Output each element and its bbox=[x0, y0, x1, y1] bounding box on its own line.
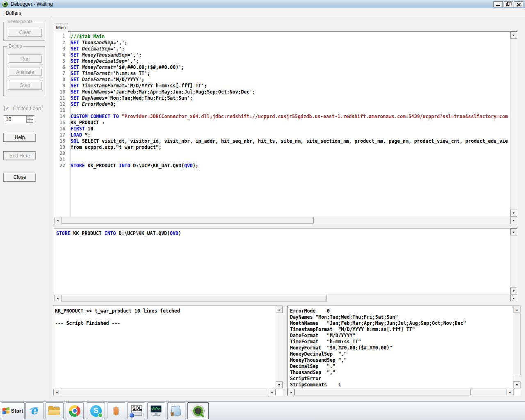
code-line[interactable]: 7SET TimeFormat='h:mm:ss TT'; bbox=[54, 71, 510, 77]
editor-vertical-scrollbar[interactable]: ▲ ▼ bbox=[510, 32, 517, 217]
code-line[interactable]: 6SET MoneyFormat='$#,##0.00;($#,##0.00)'… bbox=[54, 64, 510, 71]
menu-bar: Buffers bbox=[0, 9, 525, 17]
code-line[interactable]: 18SQL SELECT visit_dt, visitor_id, visit… bbox=[54, 138, 510, 144]
title-bar[interactable]: Debugger - Waiting bbox=[0, 0, 525, 8]
close-window-button[interactable] bbox=[514, 1, 523, 7]
scroll-up-icon[interactable]: ▲ bbox=[510, 32, 517, 39]
code-line[interactable]: 19from ucpprd.ucp."t_war_product"; bbox=[54, 144, 510, 151]
code-line[interactable]: 5SET MoneyDecimalSep='.'; bbox=[54, 58, 510, 64]
variables-horizontal-scrollbar[interactable]: ◄ ► bbox=[288, 388, 514, 395]
code-line[interactable]: 14CUSTOM CONNECT TO "Provider=JDBCConnec… bbox=[54, 114, 510, 120]
scroll-left-icon[interactable]: ◄ bbox=[54, 295, 61, 302]
progress-horizontal-scrollbar[interactable]: ◄ ► bbox=[54, 294, 517, 301]
script-editor-panel[interactable]: 1///$tab Main2SET ThousandSep=',';3SET D… bbox=[54, 31, 518, 224]
system-monitor-button[interactable] bbox=[147, 402, 165, 419]
start-button[interactable]: Start bbox=[1, 402, 25, 419]
help-button[interactable]: Help bbox=[3, 133, 36, 142]
line-number: 12 bbox=[54, 101, 68, 107]
qlikview-button[interactable] bbox=[187, 402, 209, 419]
line-number: 2 bbox=[54, 40, 68, 46]
limited-load-value: 10 bbox=[6, 116, 11, 122]
log-horizontal-scrollbar[interactable]: ◄ ► bbox=[53, 388, 276, 395]
variable-line: ErrorMode 0 bbox=[290, 308, 513, 314]
scroll-left-icon[interactable]: ◄ bbox=[53, 389, 60, 396]
notepad-button[interactable] bbox=[167, 402, 185, 419]
run-button[interactable]: Run bbox=[8, 55, 42, 63]
chrome-button[interactable] bbox=[66, 402, 84, 419]
variables-vscroll-thumb[interactable] bbox=[514, 313, 520, 375]
log-line bbox=[55, 314, 275, 320]
scroll-right-icon[interactable]: ► bbox=[510, 217, 517, 224]
code-line[interactable]: 3SET DecimalSep='.'; bbox=[54, 46, 510, 52]
code-line[interactable]: 22STORE KK_PRODUCT INTO D:\UCP\KK_UAT.QV… bbox=[54, 163, 510, 169]
animate-button[interactable]: Animate bbox=[8, 68, 42, 76]
editor-hscroll-thumb[interactable] bbox=[62, 217, 314, 224]
line-number: 1 bbox=[54, 34, 68, 40]
code-line[interactable]: 9SET TimestampFormat='M/D/YYYY h:mm:ss[.… bbox=[54, 83, 510, 89]
line-number: 10 bbox=[54, 89, 68, 95]
line-number: 7 bbox=[54, 71, 68, 77]
progress-panel[interactable]: STORE KK_PRODUCT INTO D:\UCP\KK_UAT.QVD(… bbox=[54, 228, 518, 302]
limited-load-checkbox[interactable]: ✓ bbox=[5, 106, 10, 111]
line-number: 13 bbox=[54, 107, 68, 114]
code-line[interactable]: 21 bbox=[54, 157, 510, 163]
breakpoints-group-label: Breakpoints bbox=[7, 19, 34, 24]
code-line[interactable]: 12SET ErrorMode=0; bbox=[54, 101, 510, 107]
start-label: Start bbox=[11, 408, 23, 414]
code-line[interactable]: 15KK_PRODUCT : bbox=[54, 120, 510, 126]
code-line[interactable]: 16FIRST 10 bbox=[54, 126, 510, 132]
variables-hscroll-thumb[interactable] bbox=[294, 389, 471, 395]
scroll-up-icon[interactable]: ▲ bbox=[510, 228, 517, 235]
scroll-left-icon[interactable]: ◄ bbox=[54, 217, 61, 224]
scroll-right-icon[interactable]: ► bbox=[507, 389, 514, 396]
progress-vertical-scrollbar[interactable]: ▲ ▼ bbox=[510, 228, 517, 294]
code-line[interactable]: 11SET DayNames='Mon;Tue;Wed;Thu;Fri;Sat;… bbox=[54, 95, 510, 101]
code-line[interactable]: 2SET ThousandSep=','; bbox=[54, 40, 510, 46]
scroll-up-icon[interactable]: ▲ bbox=[276, 306, 283, 313]
minimize-button[interactable] bbox=[493, 1, 503, 7]
code-line[interactable]: 17LOAD *; bbox=[54, 132, 510, 138]
editor-horizontal-scrollbar[interactable]: ◄ ► bbox=[54, 217, 517, 224]
scroll-right-icon[interactable]: ► bbox=[510, 295, 517, 302]
scroll-down-icon[interactable]: ▼ bbox=[510, 288, 517, 294]
file-explorer-button[interactable] bbox=[46, 402, 64, 419]
code-line[interactable]: 20 bbox=[54, 151, 510, 157]
skype-button[interactable]: S bbox=[87, 402, 105, 419]
scroll-down-icon[interactable]: ▼ bbox=[276, 381, 283, 388]
line-number: 20 bbox=[54, 151, 68, 157]
internet-explorer-button[interactable]: e bbox=[25, 402, 43, 419]
system-monitor-icon bbox=[150, 405, 163, 417]
code-line[interactable]: 4SET MoneyThousandSep=','; bbox=[54, 52, 510, 58]
code-line[interactable]: 1///$tab Main bbox=[54, 34, 510, 40]
spinner-up-icon[interactable]: ▲ bbox=[26, 116, 33, 119]
line-number: 15 bbox=[54, 120, 68, 126]
variable-line: DecimalSep "." bbox=[290, 363, 513, 370]
restore-button[interactable] bbox=[504, 1, 513, 7]
log-vertical-scrollbar[interactable]: ▲ ▼ bbox=[276, 306, 283, 388]
code-line[interactable]: 13 bbox=[54, 107, 510, 114]
progress-hscroll-thumb[interactable] bbox=[61, 295, 327, 301]
log-panel[interactable]: KK_PRODUCT << t_war_product 10 lines fet… bbox=[53, 306, 283, 396]
scroll-up-icon[interactable]: ▲ bbox=[514, 306, 520, 313]
code-line[interactable]: 10SET MonthNames='Jan;Feb;Mar;Apr;May;Ju… bbox=[54, 89, 510, 95]
sql-tool-button[interactable]: SQL bbox=[127, 402, 145, 419]
close-button[interactable]: Close bbox=[3, 173, 36, 182]
scroll-right-icon[interactable]: ► bbox=[269, 389, 276, 396]
variable-line: MoneyFormat "$#,##0.00;($#,##0.00)" bbox=[290, 345, 513, 351]
tab-main[interactable]: Main bbox=[54, 23, 68, 32]
line-number: 4 bbox=[54, 52, 68, 58]
variable-line: ScriptError bbox=[290, 376, 513, 382]
menu-buffers[interactable]: Buffers bbox=[4, 10, 23, 16]
clear-button[interactable]: Clear bbox=[8, 28, 42, 37]
limited-load-spinner[interactable]: 10 ▲ ▼ bbox=[4, 115, 34, 123]
step-button[interactable]: Step bbox=[8, 81, 42, 89]
aginity-workbench-button[interactable] bbox=[107, 402, 125, 419]
scroll-left-icon[interactable]: ◄ bbox=[288, 389, 294, 396]
variables-vertical-scrollbar[interactable]: ▲ ▼ bbox=[514, 306, 520, 388]
variables-panel[interactable]: ErrorMode 0DayNames "Mon;Tue;Wed;Thu;Fri… bbox=[287, 306, 521, 396]
code-line[interactable]: 8SET DateFormat='M/D/YYYY'; bbox=[54, 77, 510, 83]
scroll-down-icon[interactable]: ▼ bbox=[514, 381, 520, 388]
end-here-button[interactable]: End Here bbox=[3, 151, 36, 160]
scroll-down-icon[interactable]: ▼ bbox=[510, 210, 517, 217]
spinner-down-icon[interactable]: ▼ bbox=[26, 119, 33, 123]
